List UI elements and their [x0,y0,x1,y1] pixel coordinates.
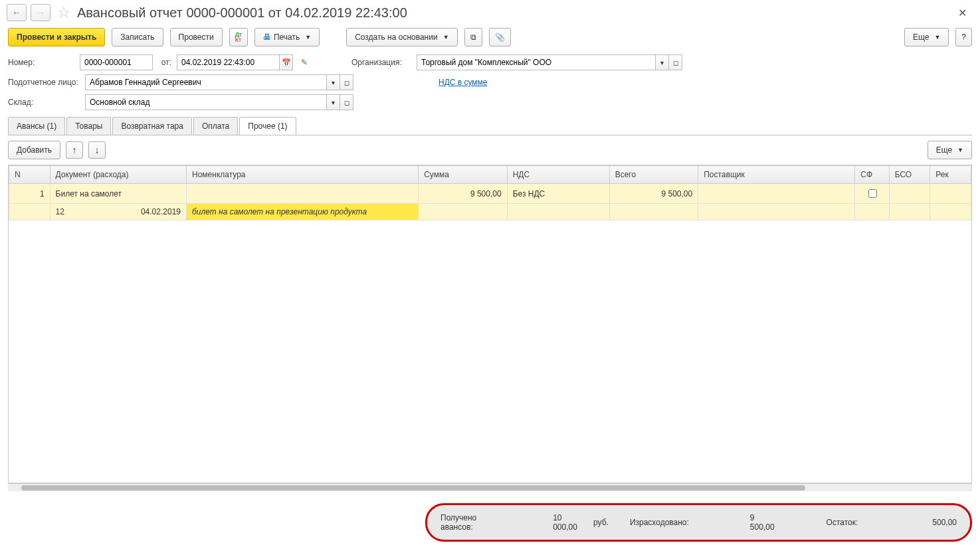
more-button[interactable]: Еще ▼ [904,28,949,46]
person-open-button[interactable]: ◻ [340,74,353,90]
chevron-down-icon: ▼ [957,147,963,153]
favorite-star-icon[interactable]: ☆ [57,4,70,21]
chevron-down-icon: ▼ [305,34,311,40]
tab-payment[interactable]: Оплата [193,117,238,135]
warehouse-input[interactable] [85,94,327,110]
help-button[interactable]: ? [955,28,972,46]
cell-sub-sum[interactable] [419,204,508,220]
totals-footer: Получено авансов: 10 000,00 руб. Израсхо… [425,503,972,542]
cell-sub-supplier[interactable] [698,204,855,220]
save-button[interactable]: Записать [112,28,163,46]
grid-subrow[interactable]: 12 04.02.2019 билет на самолет на презен… [9,204,971,220]
person-label: Подотчетное лицо: [8,78,80,87]
tab-packaging[interactable]: Возвратная тара [112,117,192,135]
tab-toolbar: Добавить ↑ ↓ Еще ▼ [0,135,980,165]
forward-button[interactable]: → [31,4,50,21]
paperclip-icon: 📎 [495,33,505,42]
grid-row[interactable]: 1 Билет на самолет 9 500,00 Без НДС 9 50… [9,184,971,204]
col-vat[interactable]: НДС [507,166,609,184]
date-input[interactable] [177,54,280,70]
create-based-label: Создать на основании [355,33,438,42]
create-based-button[interactable]: Создать на основании ▼ [346,28,457,46]
org-label: Организация: [351,58,411,67]
cell-sum[interactable]: 9 500,00 [419,184,508,204]
from-label: от: [158,58,171,67]
org-dropdown-button[interactable]: ▾ [656,54,669,70]
col-n[interactable]: N [9,166,50,184]
cell-sub-bso[interactable] [889,204,930,220]
chevron-down-icon: ▼ [443,34,449,40]
col-rek[interactable]: Рек [930,166,971,184]
cell-sub-desc[interactable]: билет на самолет на презентацию продукта [186,204,418,220]
col-sum[interactable]: Сумма [419,166,508,184]
more-label: Еще [913,33,929,42]
add-row-button[interactable]: Добавить [8,141,60,159]
warehouse-open-button[interactable]: ◻ [340,94,353,110]
chevron-down-icon: ▼ [934,34,940,40]
col-supplier[interactable]: Поставщик [698,166,855,184]
person-dropdown-button[interactable]: ▾ [327,74,340,90]
print-label: Печать [274,33,300,42]
tab-other[interactable]: Прочее (1) [239,117,296,135]
cell-sub-sf[interactable] [855,204,889,220]
cell-sub-total[interactable] [609,204,698,220]
post-and-close-button[interactable]: Провести и закрыть [8,28,105,46]
window-title: Авансовый отчет 0000-000001 от 04.02.201… [77,5,407,21]
col-doc[interactable]: Документ (расхода) [50,166,186,184]
cell-doc[interactable]: Билет на самолет [50,184,186,204]
post-button[interactable]: Провести [170,28,223,46]
attach-button[interactable]: 📎 [489,28,511,46]
person-input[interactable] [85,74,327,90]
col-sf[interactable]: СФ [855,166,889,184]
cell-bso[interactable] [889,184,930,204]
org-open-button[interactable]: ◻ [669,54,682,70]
main-toolbar: Провести и закрыть Записать Провести ДтК… [0,25,980,54]
tab-advances[interactable]: Авансы (1) [8,117,65,135]
warehouse-dropdown-button[interactable]: ▾ [327,94,340,110]
org-input[interactable] [417,54,656,70]
cell-n[interactable]: 1 [9,184,50,204]
cell-supplier[interactable] [698,184,855,204]
tab-more-button[interactable]: Еще ▼ [928,141,972,159]
close-icon[interactable]: ✕ [951,7,973,19]
move-down-button[interactable]: ↓ [88,141,106,159]
debit-credit-button[interactable]: ДтКт [229,28,248,46]
related-docs-button[interactable]: ⧉ [464,28,482,46]
number-input[interactable] [80,54,153,70]
col-total[interactable]: Всего [609,166,698,184]
cell-nomen[interactable] [186,184,418,204]
balance-value: 500,00 [932,518,957,527]
cell-sub-vat[interactable] [507,204,609,220]
horizontal-scrollbar[interactable] [8,483,972,491]
edit-date-icon[interactable]: ✎ [301,58,308,67]
cell-total[interactable]: 9 500,00 [609,184,698,204]
form-area: Номер: от: 📅 ✎ Организация: ▾ ◻ Подотчет… [0,54,980,110]
received-label: Получено авансов: [441,513,505,532]
spent-value: 9 500,00 [750,513,779,532]
grid-header-row: N Документ (расхода) Номенклатура Сумма … [9,166,971,184]
warehouse-label: Склад: [8,98,80,107]
print-button[interactable]: 🖶 Печать ▼ [254,28,320,46]
col-bso[interactable]: БСО [889,166,930,184]
vat-link[interactable]: НДС в сумме [439,78,488,87]
received-value: 10 000,00 [553,513,585,532]
tab-bar: Авансы (1) Товары Возвратная тара Оплата… [8,117,972,135]
sf-checkbox[interactable] [868,189,877,198]
calendar-button[interactable]: 📅 [280,54,293,70]
cell-rek[interactable] [930,184,971,204]
cell-sub-rek[interactable] [930,204,971,220]
expense-grid: N Документ (расхода) Номенклатура Сумма … [9,165,971,220]
move-up-button[interactable]: ↑ [66,141,83,159]
back-button[interactable]: ← [7,4,27,21]
structure-icon: ⧉ [470,33,476,42]
cell-sub-docinfo[interactable]: 12 04.02.2019 [50,204,186,220]
cell-sub-empty[interactable] [9,204,50,220]
col-nomen[interactable]: Номенклатура [186,166,418,184]
cell-sf[interactable] [855,184,889,204]
window-header: ← → ☆ Авансовый отчет 0000-000001 от 04.… [0,0,980,25]
sub-num: 12 [56,207,96,216]
cell-vat[interactable]: Без НДС [507,184,609,204]
number-label: Номер: [8,58,74,67]
tab-goods[interactable]: Товары [66,117,111,135]
currency: руб. [593,518,609,527]
